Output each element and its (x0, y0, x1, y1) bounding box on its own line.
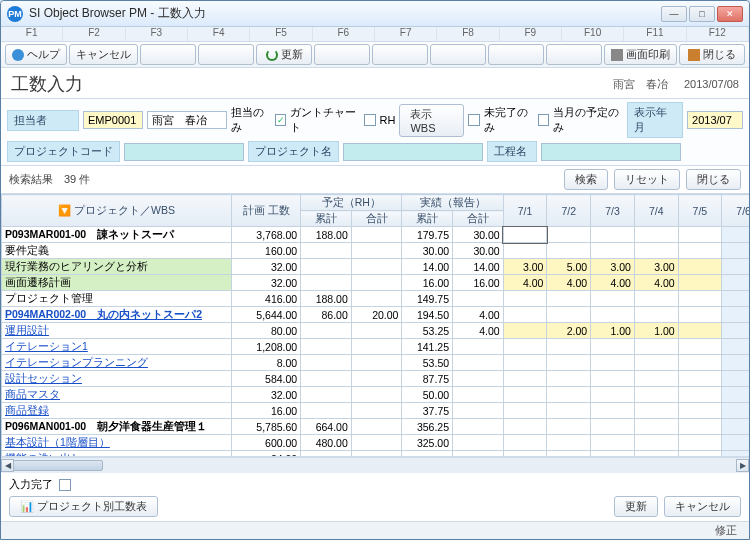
f4-button[interactable] (198, 44, 254, 65)
col-day[interactable]: 7/2 (547, 195, 591, 227)
incomplete-checkbox[interactable] (468, 114, 479, 126)
close-toolbar-button[interactable]: 閉じる (679, 44, 745, 65)
table-row[interactable]: 画面遷移計画32.0016.0016.004.004.004.004.00 (2, 275, 750, 291)
col-day[interactable]: 7/4 (634, 195, 678, 227)
rh-label: RH (380, 114, 396, 126)
wbs-link[interactable]: 基本設計（1階層目） (5, 436, 110, 448)
month-only-checkbox[interactable] (538, 114, 549, 126)
col-act-tot[interactable]: 合計 (453, 211, 504, 227)
home-icon (688, 49, 700, 61)
update-button[interactable]: 更新 (614, 496, 658, 517)
scroll-thumb[interactable] (13, 460, 103, 471)
done-checkbox[interactable] (59, 479, 71, 491)
refresh-icon (266, 49, 278, 61)
cancel-button[interactable]: キャンセル (664, 496, 741, 517)
done-label: 入力完了 (9, 477, 53, 492)
col-act-cum[interactable]: 累計 (402, 211, 453, 227)
table-row[interactable]: 基本設計（1階層目）600.00480.00325.00 (2, 435, 750, 451)
employee-name-input[interactable] (147, 111, 227, 129)
table-row[interactable]: 現行業務のヒアリングと分析32.0014.0014.003.005.003.00… (2, 259, 750, 275)
col-plan[interactable]: 計画 工数 (232, 195, 301, 227)
table-row[interactable]: イテレーション11,208.00141.25 (2, 339, 750, 355)
close-panel-button[interactable]: 閉じる (686, 169, 741, 190)
app-icon: PM (7, 6, 23, 22)
col-day[interactable]: 7/1 (503, 195, 547, 227)
table-row[interactable]: 要件定義160.0030.0030.00 (2, 243, 750, 259)
gantt-checkbox[interactable] (364, 114, 375, 126)
project-name-input[interactable] (343, 143, 483, 161)
wbs-link[interactable]: 機能の洗い出し (5, 452, 82, 457)
f9-button[interactable] (488, 44, 544, 65)
col-estimate-group: 予定（RH） (301, 195, 402, 211)
wbs-link[interactable]: 設計セッション (5, 372, 82, 384)
employee-code-input[interactable] (83, 111, 143, 129)
table-row[interactable]: P093MAR001-00 諌ネットスーパ3,768.00188.00179.7… (2, 227, 750, 243)
search-button[interactable]: 検索 (564, 169, 608, 190)
f6-button[interactable] (314, 44, 370, 65)
col-project-wbs[interactable]: 🔽 プロジェクト／WBS (2, 195, 232, 227)
wbs-link[interactable]: イテレーションプランニング (5, 356, 148, 368)
current-user: 雨宮 春冶 (613, 77, 668, 92)
employee-label: 担当者 (7, 110, 79, 131)
gantt-label: ガントチャート (290, 105, 360, 135)
col-actual-group: 実績（報告） (402, 195, 503, 211)
window-title: SI Object Browser PM - 工数入力 (29, 5, 661, 22)
incomplete-label: 未完了のみ (484, 105, 534, 135)
project-detail-button[interactable]: 📊 プロジェクト別工数表 (9, 496, 158, 517)
help-icon (12, 49, 24, 61)
month-label: 表示年月 (627, 102, 683, 138)
col-est-tot[interactable]: 合計 (351, 211, 402, 227)
reset-button[interactable]: リセット (614, 169, 680, 190)
col-day[interactable]: 7/5 (678, 195, 722, 227)
current-date: 2013/07/08 (684, 78, 739, 90)
own-only-label: 担当のみ (231, 105, 271, 135)
status-text: 修正 (715, 523, 737, 538)
col-day-sat[interactable]: 7/6 (722, 195, 749, 227)
wbs-link[interactable]: 運用設計 (5, 324, 49, 336)
wbs-link[interactable]: イテレーション1 (5, 340, 88, 352)
wbs-link[interactable]: P094MAR002-00 丸の内ネットスーパ2 (5, 308, 202, 320)
maximize-button[interactable]: □ (689, 6, 715, 22)
f3-button[interactable] (140, 44, 196, 65)
minimize-button[interactable]: — (661, 6, 687, 22)
col-day[interactable]: 7/3 (591, 195, 635, 227)
f8-button[interactable] (430, 44, 486, 65)
process-input[interactable] (541, 143, 681, 161)
scroll-right-arrow[interactable]: ▶ (736, 459, 749, 472)
table-row[interactable]: 運用設計80.0053.254.002.001.001.00 (2, 323, 750, 339)
f10-button[interactable] (546, 44, 602, 65)
wbs-link[interactable]: 商品マスタ (5, 388, 60, 400)
status-bar: 修正 (1, 521, 749, 539)
month-input[interactable] (687, 111, 743, 129)
table-row[interactable]: 機能の洗い出し24.00 (2, 451, 750, 457)
process-label: 工程名 (487, 141, 537, 162)
titlebar: PM SI Object Browser PM - 工数入力 — □ ✕ (1, 1, 749, 27)
workload-grid: 🔽 プロジェクト／WBS 計画 工数 予定（RH） 実績（報告） 7/1 7/2… (1, 194, 749, 456)
show-wbs-button[interactable]: 表示WBS (399, 104, 464, 137)
table-row[interactable]: P094MAR002-00 丸の内ネットスーパ25,644.0086.0020.… (2, 307, 750, 323)
table-row[interactable]: P096MAN001-00 朝夕洋食器生産管理１5,785.60664.0035… (2, 419, 750, 435)
grid-scroll[interactable]: 🔽 プロジェクト／WBS 計画 工数 予定（RH） 実績（報告） 7/1 7/2… (1, 194, 749, 456)
table-row[interactable]: 商品登録16.0037.75 (2, 403, 750, 419)
col-est-cum[interactable]: 累計 (301, 211, 352, 227)
cancel-toolbar-button[interactable]: キャンセル (69, 44, 138, 65)
wbs-link[interactable]: 商品登録 (5, 404, 49, 416)
update-toolbar-button[interactable]: 更新 (256, 44, 312, 65)
f7-button[interactable] (372, 44, 428, 65)
table-row[interactable]: プロジェクト管理416.00188.00149.75 (2, 291, 750, 307)
table-row[interactable]: イテレーションプランニング8.0053.50 (2, 355, 750, 371)
help-button[interactable]: ヘルプ (5, 44, 67, 65)
table-row[interactable]: 商品マスタ32.0050.00 (2, 387, 750, 403)
horizontal-scrollbar[interactable]: ◀ ▶ (1, 457, 749, 473)
toolbar: ヘルプ キャンセル 更新 画面印刷 閉じる (1, 42, 749, 68)
project-code-input[interactable] (124, 143, 244, 161)
project-code-label: プロジェクトコード (7, 141, 120, 162)
month-only-label: 当月の予定のみ (553, 105, 623, 135)
table-row[interactable]: 設計セッション584.0087.75 (2, 371, 750, 387)
own-only-checkbox[interactable]: ✓ (275, 114, 286, 126)
filter-panel: 担当者 担当のみ ✓ ガントチャート RH 表示WBS 未完了のみ 当月の予定の… (1, 99, 749, 166)
results-count: 39 件 (64, 173, 90, 185)
print-button[interactable]: 画面印刷 (604, 44, 677, 65)
close-button[interactable]: ✕ (717, 6, 743, 22)
results-label: 検索結果 (9, 173, 53, 185)
